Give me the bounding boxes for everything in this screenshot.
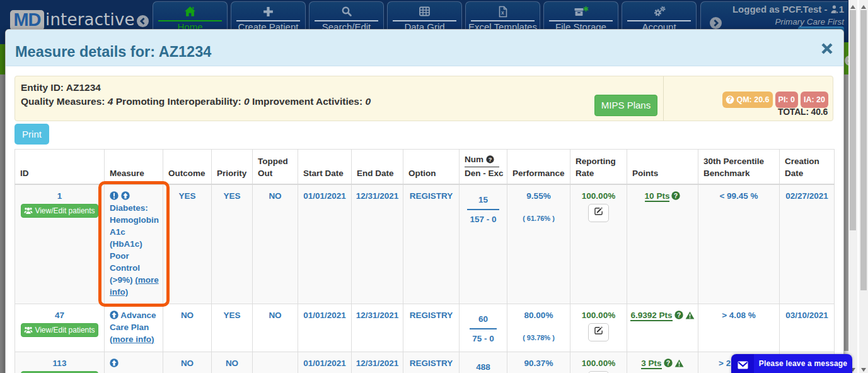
warning-triangle-icon[interactable] xyxy=(674,359,684,367)
col-header-end-date[interactable]: End Date xyxy=(352,150,403,185)
question-circle-icon[interactable]: ? xyxy=(671,191,680,200)
screen: MD interactive Home Create Patient xyxy=(0,0,868,373)
logo-text: interactive xyxy=(45,10,135,29)
measure-cell: Diabetes: Hemoglobin A1c (HbA1c) Poor Co… xyxy=(105,184,163,304)
close-icon[interactable] xyxy=(821,42,833,55)
logo-md-mark: MD xyxy=(10,10,44,30)
id-cell: 47 View/Edit patients xyxy=(15,304,105,352)
numerator[interactable]: 488 xyxy=(473,361,493,373)
summary-divider xyxy=(663,76,664,121)
priority-cell: NO xyxy=(212,352,253,373)
leave-message-button[interactable]: Please leave a message xyxy=(731,354,852,373)
measure-id[interactable]: 1 xyxy=(18,190,101,202)
more-info-link[interactable]: (more info) xyxy=(110,335,154,344)
points-value[interactable]: 3 Pts xyxy=(641,358,661,369)
edit-button[interactable] xyxy=(588,371,609,373)
topped-out-cell: NO xyxy=(253,304,298,352)
priority-cell: YES xyxy=(212,304,253,352)
outcome-cell: YES xyxy=(163,184,212,304)
arrow-circle-up-icon[interactable] xyxy=(121,191,130,200)
ia-score-badge[interactable]: IA: 20 xyxy=(801,92,828,108)
svg-text:?: ? xyxy=(676,311,680,318)
question-circle-icon[interactable]: ? xyxy=(664,358,673,367)
sidebar-collapse-icon[interactable] xyxy=(137,15,149,27)
mips-plans-button[interactable]: MIPS Plans xyxy=(594,95,657,116)
ia-label: Improvement Activities: xyxy=(252,96,362,107)
creation-date-cell: 03/10/2021 xyxy=(780,304,835,352)
measure-name: Diabetes: Hemoglobin A1c (HbA1c) Poor Co… xyxy=(110,203,159,285)
col-header-priority[interactable]: Priority xyxy=(212,150,253,185)
option-cell: REGISTRY xyxy=(403,184,460,304)
pi-score-badge[interactable]: PI: 0 xyxy=(775,92,798,108)
performance-cell: 90.37% xyxy=(507,352,570,373)
scroll-down-button[interactable] xyxy=(859,363,868,373)
col-header-performance[interactable]: Performance xyxy=(507,150,570,185)
col-header-topped-out[interactable]: Topped Out xyxy=(253,150,298,185)
users-icon xyxy=(24,326,33,334)
points-cell: 3 Pts? xyxy=(627,352,698,373)
points-value[interactable]: 10 Pts xyxy=(645,191,670,202)
denominator[interactable]: 157 - 0 xyxy=(467,209,499,225)
performance-cell: 9.55% ( 61.76% ) xyxy=(507,184,570,304)
view-edit-patients-button[interactable]: View/Edit patients xyxy=(21,323,98,337)
measure-id[interactable]: 47 xyxy=(18,309,101,321)
warning-triangle-icon[interactable] xyxy=(685,311,695,319)
numerator[interactable]: 15 xyxy=(467,194,499,209)
chevron-right-icon[interactable] xyxy=(710,17,722,29)
reporting-rate-cell: 100.00% xyxy=(570,304,627,352)
pi-value: 0 xyxy=(244,96,250,107)
points-cell: 6.9392 Pts? xyxy=(627,304,698,352)
scroll-up-button[interactable] xyxy=(848,0,857,10)
edit-button[interactable] xyxy=(588,204,609,222)
num-den-cell: 6075 - 0 xyxy=(460,304,507,352)
den-exc-label: Den - Exc xyxy=(465,169,504,178)
col-header-creation-date[interactable]: Creation Date xyxy=(780,150,835,185)
edit-button[interactable] xyxy=(588,323,609,341)
pi-score-text: PI: 0 xyxy=(778,95,795,104)
reporting-rate-cell: 100.00% xyxy=(570,184,627,304)
outcome-cell: NO xyxy=(163,352,212,373)
qm-score-badge[interactable]: ? QM: 20.6 xyxy=(722,92,772,108)
col-header-start-date[interactable]: Start Date xyxy=(298,150,352,185)
excel-file-icon: x xyxy=(466,6,540,18)
col-header-outcome[interactable]: Outcome xyxy=(163,150,212,185)
start-date-cell: 01/01/2021 xyxy=(298,352,352,373)
question-circle-icon[interactable]: ? xyxy=(674,311,683,319)
entity-summary-panel: Entity ID: AZ1234 Quality Measures: 4 Pr… xyxy=(14,76,833,121)
svg-text:?: ? xyxy=(666,358,669,366)
measure-id[interactable]: 113 xyxy=(18,357,101,369)
logged-as-text[interactable]: Logged as PCF.Test - 1 xyxy=(732,4,844,15)
measures-table: ID Measure Outcome Priority Topped Out S… xyxy=(14,149,835,373)
exclamation-circle-icon[interactable] xyxy=(110,191,119,200)
measure-cell: Advance Care Plan (more info) xyxy=(105,304,163,352)
col-header-option[interactable]: Option xyxy=(403,150,460,185)
arrow-circle-up-icon[interactable] xyxy=(110,311,119,319)
arrow-circle-up-icon[interactable] xyxy=(110,358,119,367)
window-scrollbar[interactable] xyxy=(859,0,868,373)
end-date-cell: 12/31/2021 xyxy=(352,304,403,352)
start-date-cell: 01/01/2021 xyxy=(298,304,352,352)
points-value[interactable]: 6.9392 Pts xyxy=(630,311,672,321)
search-icon xyxy=(310,6,383,18)
scrollbar-thumb[interactable] xyxy=(850,10,856,230)
modal-scrollbar[interactable] xyxy=(848,0,857,373)
col-header-points[interactable]: Points xyxy=(627,150,698,185)
plus-icon xyxy=(231,6,305,18)
col-header-num-den[interactable]: Num ? Den - Exc xyxy=(460,150,507,185)
topped-out-cell xyxy=(253,352,298,373)
view-edit-patients-button[interactable]: View/Edit patients xyxy=(21,371,98,373)
question-circle-icon: ? xyxy=(486,155,494,163)
view-edit-patients-button[interactable]: View/Edit patients xyxy=(21,204,98,218)
scrollbar-thumb[interactable] xyxy=(860,10,867,290)
numerator[interactable]: 60 xyxy=(470,313,497,328)
pencil-square-icon xyxy=(594,206,603,215)
col-header-id[interactable]: ID xyxy=(15,150,105,185)
print-button[interactable]: Print xyxy=(14,124,49,145)
col-header-benchmark[interactable]: 30th Percentile Benchmark xyxy=(698,150,780,185)
num-label: Num xyxy=(465,155,483,164)
scroll-up-button[interactable] xyxy=(859,0,868,10)
col-header-reporting-rate[interactable]: Reporting Rate xyxy=(570,150,627,185)
col-header-measure[interactable]: Measure xyxy=(105,150,163,185)
backdrop-left-strip xyxy=(0,74,5,373)
denominator[interactable]: 75 - 0 xyxy=(470,328,497,345)
